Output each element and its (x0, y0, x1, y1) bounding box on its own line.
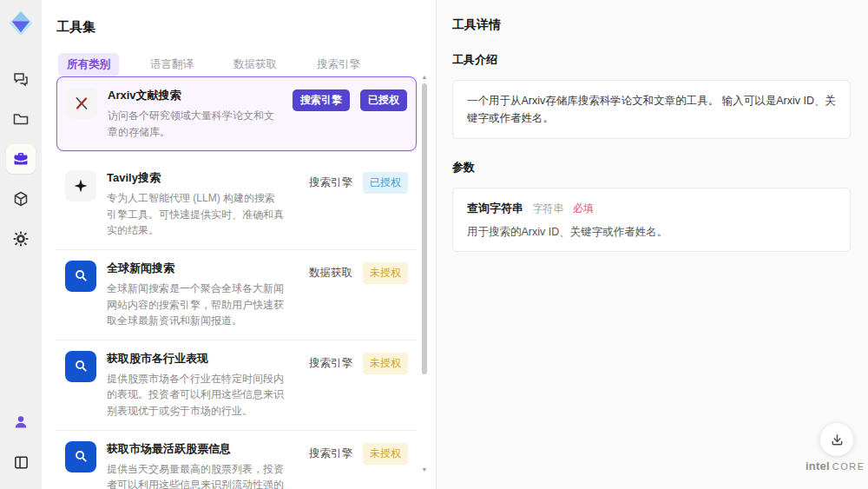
search-app-icon (65, 351, 96, 382)
avatar-icon (12, 413, 30, 431)
tool-card-global-news[interactable]: 全球新闻搜索 全球新闻搜索是一个聚合全球各大新闻网站内容的搜索引擎，帮助用户快速… (56, 250, 417, 340)
app-window: 工具集 所有类别 语言翻译 数据获取 搜索引擎 Arxiv文献搜索 访问各个研究… (0, 0, 868, 489)
param-required-flag: 必填 (573, 202, 594, 215)
cube-icon (12, 190, 30, 208)
tool-description: 全球新闻搜索是一个聚合全球各大新闻网站内容的搜索引擎，帮助用户快速获取全球最新资… (107, 281, 285, 329)
param-description: 用于搜索的Arxiv ID、关键字或作者姓名。 (467, 225, 836, 240)
page-title: 工具集 (42, 0, 436, 36)
app-logo-icon (6, 9, 36, 38)
param-box: 查询字符串 字符串 必填 用于搜索的Arxiv ID、关键字或作者姓名。 (452, 188, 851, 252)
category-label: 数据获取 (309, 266, 352, 281)
tool-card-arxiv[interactable]: Arxiv文献搜索 访问各个研究领域大量科学论文和文章的存储库。 搜索引擎 已授… (56, 76, 417, 151)
download-button[interactable] (820, 423, 853, 456)
scroll-up-arrow[interactable]: ▲ (420, 73, 429, 82)
tab-data-fetch[interactable]: 数据获取 (225, 53, 286, 76)
search-app-icon (65, 261, 96, 292)
tool-description: 提供股票市场各个行业在特定时间段内的表现。投资者可以利用这些信息来识别表现优于或… (107, 371, 285, 420)
tool-name: 获取市场最活跃股票信息 (107, 441, 295, 457)
tool-name: 获取股市各行业表现 (107, 351, 295, 367)
tool-name: Tavily搜索 (107, 170, 295, 186)
tool-list-panel: 工具集 所有类别 语言翻译 数据获取 搜索引擎 Arxiv文献搜索 访问各个研究… (42, 0, 436, 489)
auth-status-badge[interactable]: 未授权 (363, 353, 408, 374)
intro-heading: 工具介绍 (452, 52, 851, 68)
collapse-sidebar-button[interactable] (6, 447, 36, 477)
category-label: 搜索引擎 (309, 175, 352, 190)
param-type: 字符串 (532, 202, 563, 215)
scrollbar-thumb[interactable] (422, 83, 427, 374)
tab-search-engine[interactable]: 搜索引擎 (308, 53, 369, 76)
tool-name: Arxiv文献搜索 (108, 88, 279, 103)
brand-core-text: CORE (832, 461, 865, 472)
tool-card-most-active-stocks[interactable]: 获取市场最活跃股票信息 提供当天交易量最高的股票列表，投资者可以利用这些信息来识… (56, 431, 417, 489)
folder-icon (12, 110, 30, 128)
sidebar-item-toolbox[interactable] (6, 144, 36, 174)
detail-title: 工具详情 (452, 17, 851, 33)
auth-status-badge[interactable]: 未授权 (363, 443, 408, 465)
tool-description: 访问各个研究领域大量科学论文和文章的存储库。 (108, 108, 279, 140)
auth-status-badge[interactable]: 未授权 (363, 262, 408, 284)
auth-status-badge[interactable]: 已授权 (363, 172, 408, 194)
tool-detail-panel: 工具详情 工具介绍 一个用于从Arxiv存储库搜索科学论文和文章的工具。 输入可… (436, 0, 868, 489)
intel-core-logo: intelCORE (806, 458, 863, 473)
intro-text: 一个用于从Arxiv存储库搜索科学论文和文章的工具。 输入可以是Arxiv ID… (467, 92, 836, 127)
tab-language-translation[interactable]: 语言翻译 (141, 53, 202, 76)
toolbox-icon (12, 150, 30, 168)
download-icon (830, 433, 845, 447)
brand-intel-text: intel (806, 459, 830, 472)
panel-toggle-icon (13, 454, 30, 471)
category-label: 搜索引擎 (309, 446, 352, 461)
sidebar-item-settings[interactable] (6, 224, 36, 254)
tool-card-sector-performance[interactable]: 获取股市各行业表现 提供股票市场各个行业在特定时间段内的表现。投资者可以利用这些… (56, 340, 417, 431)
category-badge[interactable]: 搜索引擎 (293, 89, 350, 111)
user-avatar[interactable] (6, 407, 36, 437)
scroll-down-arrow[interactable]: ▼ (420, 466, 429, 474)
sidebar-item-chat[interactable] (6, 64, 36, 94)
sidebar-item-models[interactable] (6, 184, 36, 214)
tool-name: 全球新闻搜索 (107, 261, 295, 276)
tab-all-categories[interactable]: 所有类别 (58, 53, 119, 76)
category-label: 搜索引擎 (309, 356, 352, 371)
list-scrollbar[interactable]: ▲ ▼ (420, 73, 429, 474)
gear-icon (12, 230, 30, 248)
tool-card-tavily[interactable]: Tavily搜索 专为人工智能代理 (LLM) 构建的搜索引擎工具。可快速提供实… (56, 160, 417, 250)
tool-description: 提供当天交易量最高的股票列表，投资者可以利用这些信息来识别流动性强的股票和潜在的… (107, 461, 285, 489)
intro-box: 一个用于从Arxiv存储库搜索科学论文和文章的工具。 输入可以是Arxiv ID… (452, 80, 851, 139)
left-rail (0, 0, 42, 489)
params-heading: 参数 (452, 160, 851, 175)
arxiv-icon (66, 88, 97, 119)
sidebar-item-files[interactable] (6, 104, 36, 134)
tool-card-list: Arxiv文献搜索 访问各个研究领域大量科学论文和文章的存储库。 搜索引擎 已授… (56, 76, 417, 489)
tavily-star-icon (65, 170, 96, 202)
auth-status-badge[interactable]: 已授权 (360, 89, 407, 111)
tool-description: 专为人工智能代理 (LLM) 构建的搜索引擎工具。可快速提供实时、准确和真实的结… (107, 190, 285, 239)
search-app-icon (65, 441, 96, 472)
category-tabs: 所有类别 语言翻译 数据获取 搜索引擎 (42, 36, 436, 76)
chat-icon (12, 70, 30, 88)
param-name: 查询字符串 (467, 202, 523, 215)
